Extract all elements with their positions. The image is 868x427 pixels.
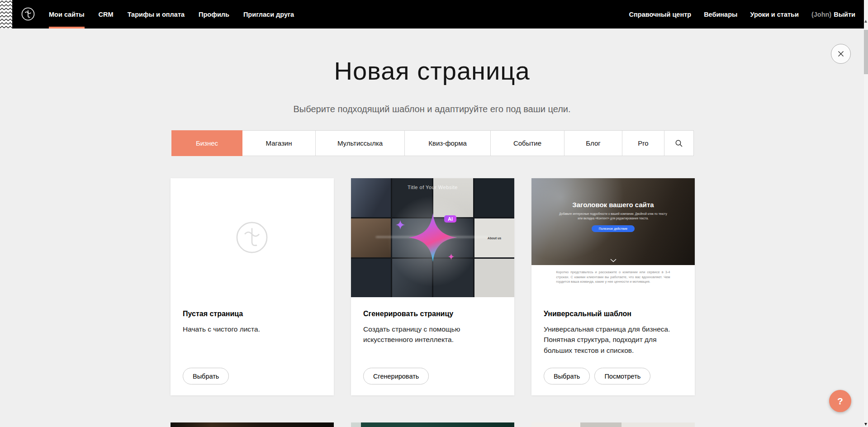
ai-badge: AI [444,215,456,223]
generate-button[interactable]: Сгенерировать [363,368,429,384]
question-mark-icon: ? [837,396,843,407]
nav-item-webinars[interactable]: Вебинары [704,11,737,18]
ai-collage-preview: About us Title of Your Website [351,178,514,297]
template-card-partial[interactable] [531,422,695,427]
scroll-down-arrow-icon[interactable] [864,423,867,426]
preview-action-button: Полезное действие [592,225,635,232]
preview-site-title: Заголовок вашего сайта [531,201,695,209]
card-buttons: Выбрать Посмотреть [544,368,650,384]
card-title: Сгенерировать страницу [363,310,502,318]
choose-button[interactable]: Выбрать [183,368,229,384]
navbar-menu: Мои сайты CRM Тарифы и оплата Профиль Пр… [49,0,294,28]
template-card-partial[interactable] [171,422,334,427]
user-name: (John) [811,11,831,18]
search-icon [675,139,683,147]
tab-business[interactable]: Бизнес [171,130,242,156]
top-navbar: Мои сайты CRM Тарифы и оплата Профиль Пр… [0,0,864,28]
tab-shop[interactable]: Магазин [242,130,316,156]
card-title: Универсальный шаблон [544,310,683,318]
tab-search[interactable] [664,130,694,156]
help-button[interactable]: ? [829,390,851,412]
new-page-screen: Мои сайты CRM Тарифы и оплата Профиль Пр… [0,0,868,427]
card-blank-page[interactable]: Пустая страница Начать с чистого листа. … [171,178,334,395]
tab-event[interactable]: Событие [491,130,564,156]
card-description: Начать с чистого листа. [183,324,322,334]
nav-item-invite-friend[interactable]: Пригласи друга [243,0,294,28]
card-body: Пустая страница Начать с чистого листа. [171,297,334,334]
scroll-up-arrow-icon[interactable] [864,20,867,23]
template-cards-row-2 [171,422,695,427]
template-cards-row: Пустая страница Начать с чистого листа. … [171,178,695,395]
card-body: Сгенерировать страницу Создать страницу … [351,297,514,345]
tab-quiz[interactable]: Квиз-форма [405,130,491,156]
tab-pro[interactable]: Pro [622,130,664,156]
template-preview-cover: Заголовок вашего сайта Добавьте интересн… [531,178,695,265]
card-universal-template[interactable]: Заголовок вашего сайта Добавьте интересн… [531,178,695,395]
scrollbar-thumb[interactable] [864,30,868,74]
nav-item-help-center[interactable]: Справочный центр [629,11,692,18]
tab-multilink[interactable]: Мультиссылка [316,130,405,156]
template-preview-body: Коротко представьтесь и расскажите о ком… [531,265,695,297]
user-logout[interactable]: (John) Выйти [811,11,855,18]
preview-body-text: Коротко представьтесь и расскажите о ком… [556,270,670,285]
nav-item-profile[interactable]: Профиль [199,0,229,28]
card-description: Создать страницу с помощью искусственног… [363,324,502,345]
small-sparkle-icon [448,253,455,260]
navbar-secondary: Справочный центр Вебинары Уроки и статьи… [629,0,855,28]
nav-item-lessons[interactable]: Уроки и статьи [750,11,798,18]
nav-item-my-sites[interactable]: Мои сайты [49,0,85,28]
small-sparkle-icon [395,220,405,230]
tilda-logo[interactable] [19,5,37,23]
choose-button[interactable]: Выбрать [544,368,590,384]
page-subtitle: Выберите подходящий шаблон и адаптируйте… [0,104,864,114]
tilda-watermark-icon [230,215,274,260]
scrollbar[interactable] [864,0,868,427]
tilda-logo-icon [19,5,37,23]
tab-blog[interactable]: Блог [564,130,622,156]
card-buttons: Выбрать [183,368,229,384]
card-description: Универсальная страница для бизнеса. Поня… [544,324,683,356]
logout-label: Выйти [834,11,855,18]
card-body: Универсальный шаблон Универсальная стран… [531,297,695,356]
chevron-down-icon [610,259,617,262]
zigzag-pattern [0,0,12,28]
view-button[interactable]: Посмотреть [594,368,650,384]
zigzag-icon [0,0,12,28]
template-category-tabs: Бизнес Магазин Мультиссылка Квиз-форма С… [171,130,694,156]
template-card-partial[interactable] [351,422,514,427]
card-ai-generate[interactable]: About us Title of Your Website [351,178,514,395]
card-title: Пустая страница [183,310,322,318]
nav-item-tariffs[interactable]: Тарифы и оплата [128,0,185,28]
card-buttons: Сгенерировать [363,368,429,384]
page-title: Новая страница [0,56,864,85]
preview-site-subtitle: Добавьте интересные подробности о вашей … [558,212,669,221]
nav-item-crm[interactable]: CRM [99,0,114,28]
